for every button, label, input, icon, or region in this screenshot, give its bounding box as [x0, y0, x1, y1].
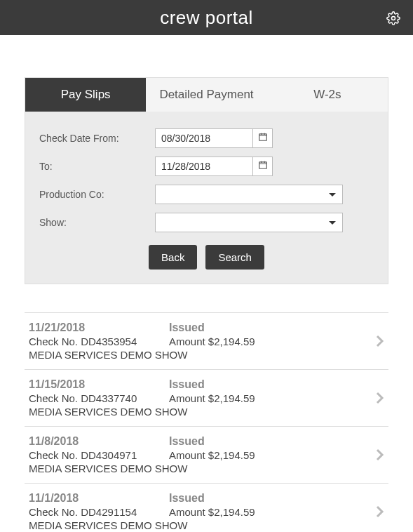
slip-show: MEDIA SERVICES DEMO SHOW: [29, 463, 384, 474]
to-date-input[interactable]: [155, 157, 253, 176]
chevron-right-icon[interactable]: [376, 505, 384, 518]
calendar-icon: [258, 160, 268, 173]
pay-slip-row[interactable]: 11/1/2018IssuedCheck No. DD4291154Amount…: [25, 483, 388, 532]
gear-icon[interactable]: [386, 11, 400, 28]
button-row: Back Search: [39, 245, 374, 270]
slip-status: Issued: [169, 378, 205, 391]
app-title: crew portal: [160, 7, 253, 29]
slip-status: Issued: [169, 492, 205, 505]
back-button[interactable]: Back: [149, 245, 197, 270]
tab-pay-slips[interactable]: Pay Slips: [25, 78, 146, 112]
slip-show: MEDIA SERVICES DEMO SHOW: [29, 349, 384, 361]
chevron-right-icon[interactable]: [376, 335, 384, 347]
filter-row-show: Show:: [39, 213, 374, 232]
calendar-icon: [258, 132, 268, 145]
pay-slip-row[interactable]: 11/8/2018IssuedCheck No. DD4304971Amount…: [25, 426, 388, 483]
filter-row-check-date-from: Check Date From:: [39, 128, 374, 148]
filter-row-to: To:: [39, 157, 374, 176]
slip-date: 11/8/2018: [29, 435, 169, 448]
check-date-from-picker[interactable]: [253, 128, 273, 148]
label-show: Show:: [39, 217, 155, 228]
label-to: To:: [39, 161, 155, 172]
show-select[interactable]: [155, 213, 343, 232]
slip-status: Issued: [169, 321, 205, 334]
check-date-from-input[interactable]: [155, 128, 253, 148]
main-container: Pay Slips Detailed Payment W-2s Check Da…: [0, 35, 413, 532]
slip-amount: Amount $2,194.59: [169, 449, 255, 461]
tab-w2s[interactable]: W-2s: [267, 78, 388, 112]
slip-check-no: Check No. DD4353954: [29, 335, 169, 347]
slip-check-no: Check No. DD4291154: [29, 506, 169, 518]
slip-date: 11/21/2018: [29, 321, 169, 334]
filter-row-production-co: Production Co:: [39, 185, 374, 204]
slip-amount: Amount $2,194.59: [169, 506, 255, 518]
slip-amount: Amount $2,194.59: [169, 392, 255, 404]
chevron-right-icon[interactable]: [376, 392, 384, 404]
results-list: 11/21/2018IssuedCheck No. DD4353954Amoun…: [25, 312, 388, 532]
slip-status: Issued: [169, 435, 205, 448]
svg-rect-2: [259, 162, 266, 168]
slip-amount: Amount $2,194.59: [169, 335, 255, 347]
slip-date: 11/1/2018: [29, 492, 169, 505]
slip-check-no: Check No. DD4304971: [29, 449, 169, 461]
to-date-picker[interactable]: [253, 157, 273, 176]
search-button[interactable]: Search: [205, 245, 264, 270]
tabs: Pay Slips Detailed Payment W-2s: [25, 77, 388, 112]
label-check-date-from: Check Date From:: [39, 133, 155, 144]
filter-panel: Check Date From: To:: [25, 112, 388, 284]
production-co-select[interactable]: [155, 185, 343, 204]
slip-check-no: Check No. DD4337740: [29, 392, 169, 404]
tab-detailed-payment[interactable]: Detailed Payment: [146, 78, 266, 112]
app-header: crew portal: [0, 0, 413, 35]
svg-rect-1: [259, 134, 266, 140]
pay-slip-row[interactable]: 11/15/2018IssuedCheck No. DD4337740Amoun…: [25, 369, 388, 426]
chevron-right-icon[interactable]: [376, 448, 384, 461]
label-production-co: Production Co:: [39, 189, 155, 200]
svg-point-0: [392, 17, 395, 20]
pay-slip-row[interactable]: 11/21/2018IssuedCheck No. DD4353954Amoun…: [25, 312, 388, 369]
slip-show: MEDIA SERVICES DEMO SHOW: [29, 519, 384, 531]
slip-show: MEDIA SERVICES DEMO SHOW: [29, 406, 384, 418]
slip-date: 11/15/2018: [29, 378, 169, 391]
